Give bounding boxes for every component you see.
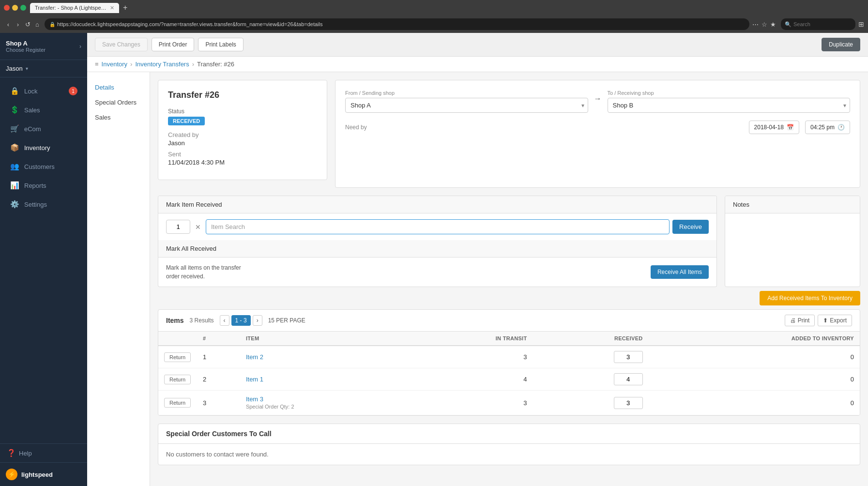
sidebar-item-reports[interactable]: 📊 Reports bbox=[3, 176, 84, 195]
new-tab-button[interactable]: + bbox=[119, 2, 131, 13]
need-by-date[interactable]: 2018-04-18 📅 bbox=[749, 121, 799, 134]
status-badge: RECEIVED bbox=[168, 117, 205, 125]
items-table: # ITEM IN TRANSIT RECEIVED ADDED TO INVE… bbox=[158, 332, 860, 415]
sidebar-label-ecom: eCom bbox=[24, 125, 41, 133]
content-nav-special-orders[interactable]: Special Orders bbox=[87, 95, 150, 110]
need-by-label: Need by bbox=[345, 124, 743, 131]
breadcrumb-icon: ≡ bbox=[95, 61, 99, 68]
need-by-date-value: 2018-04-18 bbox=[754, 124, 784, 131]
customers-nav-icon: 👥 bbox=[10, 162, 19, 171]
user-name: Jason bbox=[6, 65, 23, 72]
sidebar-label-lock: Lock bbox=[24, 88, 37, 95]
inventory-nav-icon: 📦 bbox=[10, 143, 19, 152]
need-by-time-value: 04:25 pm bbox=[810, 124, 835, 131]
help-item[interactable]: ❓ Help bbox=[0, 443, 87, 462]
to-shop-label: To / Receiving shop bbox=[608, 90, 851, 96]
settings-nav-icon: ⚙️ bbox=[10, 200, 19, 209]
col-item: ITEM bbox=[240, 332, 411, 346]
received-input-3[interactable] bbox=[614, 397, 643, 409]
received-input-1[interactable] bbox=[614, 351, 643, 363]
item-num-3: 3 bbox=[197, 391, 240, 415]
to-shop-select[interactable]: Shop B bbox=[608, 98, 851, 113]
from-shop-select[interactable]: Shop A bbox=[345, 98, 588, 113]
sidebar-item-ecom[interactable]: 🛒 eCom bbox=[3, 120, 84, 138]
per-page-label: 15 PER PAGE bbox=[268, 317, 305, 324]
lock-badge: 1 bbox=[69, 87, 77, 95]
item-in-transit-3: 3 bbox=[411, 391, 533, 415]
add-received-items-button[interactable]: Add Received Items To Inventory bbox=[760, 291, 860, 305]
mark-all-header: Mark All Received bbox=[158, 240, 716, 258]
sidebar-item-sales[interactable]: 💲 Sales bbox=[3, 101, 84, 119]
items-section: Items 3 Results ‹ 1 - 3 › 15 PER PAGE bbox=[158, 309, 860, 416]
sidebar-item-inventory[interactable]: 📦 Inventory bbox=[3, 138, 84, 157]
print-order-button[interactable]: Print Order bbox=[152, 38, 195, 51]
print-labels-button[interactable]: Print Labels bbox=[198, 38, 243, 51]
reload-button[interactable]: ↺ bbox=[23, 20, 32, 29]
mark-item-received-card: Mark Item Received 1 ✕ Receive bbox=[158, 196, 717, 240]
content-nav-details[interactable]: Details bbox=[87, 80, 150, 95]
sidebar-label-settings: Settings bbox=[24, 201, 47, 208]
receive-qty-input[interactable]: 1 bbox=[166, 220, 190, 234]
shop-selector[interactable]: Shop A Choose Register › bbox=[0, 33, 87, 60]
sidebar-item-customers[interactable]: 👥 Customers bbox=[3, 157, 84, 176]
user-menu[interactable]: Jason ▾ bbox=[0, 60, 87, 77]
ecom-nav-icon: 🛒 bbox=[10, 124, 19, 133]
sidebar-label-sales: Sales bbox=[24, 106, 40, 114]
item-received-2 bbox=[533, 368, 649, 391]
return-button-1[interactable]: Return bbox=[164, 352, 191, 362]
item-added-3: 0 bbox=[649, 391, 860, 415]
duplicate-button[interactable]: Duplicate bbox=[822, 38, 860, 51]
receive-all-button[interactable]: Receive All Items bbox=[651, 265, 709, 279]
browser-search-input[interactable] bbox=[793, 21, 852, 27]
back-button[interactable]: ‹ bbox=[4, 20, 13, 29]
item-special-3: Special Order Qty: 2 bbox=[246, 404, 294, 410]
browser-menu-icon[interactable]: ⋯ bbox=[752, 21, 759, 28]
breadcrumb-inventory-transfers[interactable]: Inventory Transfers bbox=[135, 61, 189, 68]
item-in-transit-1: 3 bbox=[411, 346, 533, 368]
receive-button[interactable]: Receive bbox=[672, 220, 709, 234]
notes-header: Notes bbox=[725, 196, 860, 213]
export-button[interactable]: ⬆ Export bbox=[818, 315, 852, 326]
col-in-transit: IN TRANSIT bbox=[411, 332, 533, 346]
user-arrow-icon: ▾ bbox=[26, 66, 28, 71]
content-nav-sales[interactable]: Sales bbox=[87, 110, 150, 125]
save-changes-button[interactable]: Save Changes bbox=[95, 38, 148, 51]
forward-button[interactable]: › bbox=[14, 20, 22, 29]
sidebar-label-reports: Reports bbox=[24, 182, 46, 189]
no-customers-message: No customers to contact were found. bbox=[158, 444, 860, 465]
breadcrumb: ≡ Inventory › Inventory Transfers › Tran… bbox=[87, 57, 868, 72]
page-range[interactable]: 1 - 3 bbox=[231, 315, 251, 326]
lightspeed-logo-icon: ⚡ bbox=[6, 469, 17, 480]
item-added-1: 0 bbox=[649, 346, 860, 368]
item-num-1: 1 bbox=[197, 346, 240, 368]
notes-textarea[interactable] bbox=[731, 219, 854, 266]
bookmark-icon[interactable]: ☆ bbox=[761, 21, 767, 28]
home-button[interactable]: ⌂ bbox=[33, 20, 42, 29]
special-orders-section: Special Order Customers To Call No custo… bbox=[158, 424, 860, 465]
star-icon[interactable]: ★ bbox=[770, 21, 776, 28]
breadcrumb-current: Transfer: #26 bbox=[197, 61, 234, 68]
breadcrumb-inventory[interactable]: Inventory bbox=[102, 61, 127, 68]
item-num-2: 2 bbox=[197, 368, 240, 391]
next-page-button[interactable]: › bbox=[253, 315, 262, 326]
sidebar-label-inventory: Inventory bbox=[24, 144, 50, 152]
print-table-button[interactable]: 🖨 Print bbox=[785, 315, 815, 326]
close-tab-icon[interactable]: ✕ bbox=[110, 5, 114, 11]
reports-nav-icon: 📊 bbox=[10, 181, 19, 190]
status-label: Status bbox=[168, 108, 317, 115]
breadcrumb-sep-2: › bbox=[192, 61, 194, 68]
prev-page-button[interactable]: ‹ bbox=[220, 315, 229, 326]
sidebar-footer: ⚡ lightspeed bbox=[0, 462, 87, 486]
need-by-time[interactable]: 04:25 pm 🕐 bbox=[805, 121, 850, 134]
return-button-3[interactable]: Return bbox=[164, 398, 191, 408]
return-button-2[interactable]: Return bbox=[164, 375, 191, 384]
item-search-input[interactable] bbox=[206, 219, 670, 234]
special-orders-title: Special Order Customers To Call bbox=[158, 424, 860, 444]
sidebar-item-lock[interactable]: 🔒 Lock 1 bbox=[3, 82, 84, 100]
nav-menu: 🔒 Lock 1 💲 Sales 🛒 eCom 📦 Inventory 👥 Cu… bbox=[0, 77, 87, 443]
received-input-2[interactable] bbox=[614, 373, 643, 385]
sidebar-item-settings[interactable]: ⚙️ Settings bbox=[3, 195, 84, 213]
extensions-icon[interactable]: ⊞ bbox=[858, 20, 864, 28]
clear-search-button[interactable]: ✕ bbox=[193, 221, 203, 233]
item-name-3: Item 3 Special Order Qty: 2 bbox=[240, 391, 411, 415]
